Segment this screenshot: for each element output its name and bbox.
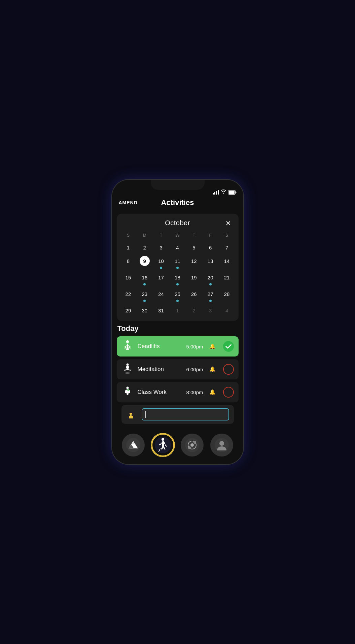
calendar-day-17[interactable]: 17: [153, 271, 169, 287]
activity-name-input[interactable]: [142, 408, 229, 420]
weekday-mon: M: [136, 232, 153, 239]
activity-dot: [209, 283, 212, 285]
calendar-day-23[interactable]: 23: [136, 287, 153, 303]
weekday-sat: S: [219, 232, 235, 239]
today-label: Today: [117, 324, 239, 333]
calendar-day-20[interactable]: 20: [202, 271, 219, 287]
deadlifts-name: Deadlifts: [138, 343, 182, 350]
svg-point-19: [188, 446, 191, 449]
svg-point-11: [129, 448, 137, 449]
calendar-day-10[interactable]: 10: [153, 255, 169, 270]
calendar-day-5[interactable]: 5: [186, 241, 202, 254]
activity-classwork[interactable]: Class Work 8:00pm 🔔: [117, 382, 239, 402]
notch: [151, 180, 205, 190]
activity-dot: [176, 300, 179, 302]
calendar-day-21[interactable]: 21: [219, 271, 235, 287]
classwork-name: Class Work: [138, 389, 182, 396]
calendar-day-11[interactable]: 11: [169, 255, 186, 270]
meditation-icon: [121, 363, 134, 375]
calendar-day-19[interactable]: 19: [186, 271, 202, 287]
svg-point-17: [190, 443, 194, 447]
activity-dot: [176, 283, 179, 285]
nav-hiking[interactable]: [151, 434, 174, 456]
activity-meditation[interactable]: Meditation 6:00pm 🔔: [117, 359, 239, 379]
classwork-check-icon[interactable]: [223, 387, 234, 398]
weekday-wed: W: [169, 232, 186, 239]
meditation-name: Meditation: [138, 366, 182, 373]
calendar-day-31[interactable]: 31: [153, 304, 169, 317]
calendar-day-25[interactable]: 25: [169, 287, 186, 303]
meditation-bell-icon[interactable]: 🔔: [209, 366, 216, 372]
amend-label[interactable]: AMEND: [119, 200, 138, 205]
calendar-day-3[interactable]: 3: [153, 241, 169, 254]
calendar: October ✕ S M T W T F S 1234567891011121…: [117, 214, 239, 321]
calendar-day-16[interactable]: 16: [136, 271, 153, 287]
calendar-day-2[interactable]: 2: [186, 304, 202, 317]
meditation-check-icon[interactable]: [223, 364, 234, 375]
calendar-day-30[interactable]: 30: [136, 304, 153, 317]
nav-sports[interactable]: [181, 434, 204, 456]
svg-point-3: [126, 364, 129, 366]
calendar-day-22[interactable]: 22: [120, 287, 137, 303]
calendar-day-18[interactable]: 18: [169, 271, 186, 287]
svg-point-2: [126, 340, 129, 343]
deadlifts-check-icon[interactable]: [223, 341, 234, 352]
text-cursor: [145, 411, 146, 418]
classwork-bell-icon[interactable]: 🔔: [209, 389, 216, 395]
calendar-month: October: [165, 219, 190, 227]
calendar-day-1[interactable]: 1: [120, 241, 137, 254]
activity-dot: [160, 267, 162, 269]
battery-icon: [228, 190, 237, 195]
calendar-day-4[interactable]: 4: [169, 241, 186, 254]
deadlifts-bell-icon[interactable]: 🔔: [209, 343, 216, 349]
calendar-day-1[interactable]: 1: [169, 304, 186, 317]
weekday-sun: S: [120, 232, 137, 239]
calendar-day-12[interactable]: 12: [186, 255, 202, 270]
deadlifts-icon: [121, 340, 134, 352]
svg-rect-7: [129, 416, 133, 418]
svg-point-13: [162, 438, 164, 441]
bottom-nav: [112, 432, 243, 464]
svg-rect-1: [229, 191, 235, 194]
wifi-icon: [221, 190, 226, 195]
add-icon: [126, 408, 138, 420]
calendar-day-9[interactable]: 9: [136, 255, 153, 270]
activity-deadlifts[interactable]: Deadlifts 5:00pm 🔔: [117, 336, 239, 357]
calendar-grid: 1234567891011121314151617181920212223242…: [120, 241, 235, 317]
activity-dot: [143, 283, 146, 285]
calendar-day-4[interactable]: 4: [219, 304, 235, 317]
deadlifts-time: 5:00pm: [186, 344, 203, 349]
calendar-day-15[interactable]: 15: [120, 271, 137, 287]
calendar-header: October ✕: [120, 219, 235, 227]
classwork-icon: [121, 386, 134, 398]
calendar-day-26[interactable]: 26: [186, 287, 202, 303]
calendar-day-28[interactable]: 28: [219, 287, 235, 303]
svg-point-5: [126, 387, 129, 389]
calendar-day-24[interactable]: 24: [153, 287, 169, 303]
calendar-day-27[interactable]: 27: [202, 287, 219, 303]
calendar-day-14[interactable]: 14: [219, 255, 235, 270]
nav-profile[interactable]: [210, 434, 233, 456]
weekday-thu: T: [186, 232, 202, 239]
activity-dot: [143, 300, 146, 302]
svg-point-18: [193, 441, 196, 444]
svg-rect-8: [130, 414, 132, 416]
calendar-day-6[interactable]: 6: [202, 241, 219, 254]
calendar-day-3[interactable]: 3: [202, 304, 219, 317]
page-title: Activities: [161, 198, 194, 207]
activity-dot: [209, 300, 212, 302]
today-section: Today Deadlifts 5:00pm 🔔: [117, 324, 239, 424]
calendar-day-29[interactable]: 29: [120, 304, 137, 317]
close-icon[interactable]: ✕: [224, 218, 233, 228]
calendar-weekdays: S M T W T F S: [120, 232, 235, 239]
calendar-day-8[interactable]: 8: [120, 255, 137, 270]
classwork-time: 8:00pm: [186, 389, 203, 395]
calendar-day-13[interactable]: 13: [202, 255, 219, 270]
signal-bars-icon: [213, 190, 219, 195]
add-activity-row[interactable]: [121, 405, 234, 424]
calendar-day-2[interactable]: 2: [136, 241, 153, 254]
nav-mountain[interactable]: [122, 434, 145, 456]
weekday-fri: F: [202, 232, 219, 239]
phone-shell: AMEND Activities October ✕ S M T W T F: [112, 180, 243, 464]
calendar-day-7[interactable]: 7: [219, 241, 235, 254]
